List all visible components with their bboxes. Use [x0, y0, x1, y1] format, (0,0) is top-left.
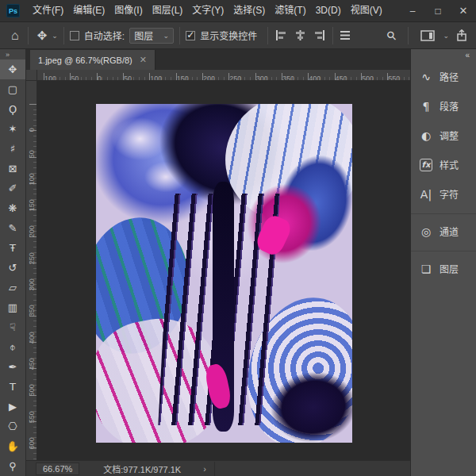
- status-chevron-icon[interactable]: ›: [203, 464, 206, 474]
- tool-icon: ✒: [9, 362, 17, 372]
- menu-item[interactable]: 文件(F): [28, 0, 68, 21]
- show-transform-checkbox[interactable]: ✓: [186, 31, 195, 40]
- pen-tool[interactable]: ✒: [0, 357, 25, 377]
- ruler-label: 50: [71, 75, 97, 80]
- menu-item[interactable]: 滤镜(T): [270, 0, 310, 21]
- separator: [63, 27, 64, 44]
- close-button[interactable]: ✕: [451, 0, 476, 21]
- panel-paths[interactable]: ∿路径: [411, 62, 476, 91]
- menu-item[interactable]: 图像(I): [109, 0, 147, 21]
- menu-item[interactable]: 3D(D): [311, 0, 346, 21]
- menu-item[interactable]: 图层(L): [148, 0, 188, 21]
- panel-label: 图层: [440, 262, 459, 275]
- smudge-tool[interactable]: ☟: [0, 317, 25, 337]
- clone-stamp-tool[interactable]: Ŧ: [0, 238, 25, 258]
- auto-select-target-dropdown[interactable]: 图层 ⌄: [129, 28, 174, 44]
- zoom-level-field[interactable]: 66.67%: [36, 463, 79, 475]
- panel-styles[interactable]: fx样式: [411, 150, 476, 179]
- canvas-pasteboard[interactable]: [37, 81, 410, 460]
- menu-item[interactable]: 视图(V): [346, 0, 387, 21]
- horizontal-ruler: 10050050100150200250300350400450500550: [37, 70, 410, 80]
- tool-icon: ♯: [10, 144, 15, 154]
- panel-icon: ◐: [418, 130, 434, 141]
- menu-item[interactable]: 文字(Y): [187, 0, 228, 21]
- ruler-label: 200: [27, 211, 36, 237]
- zoom-tool[interactable]: ⚲: [0, 456, 25, 476]
- separator: [332, 27, 333, 44]
- chevron-down-icon[interactable]: ⌄: [443, 32, 449, 40]
- align-buttons: [275, 30, 325, 40]
- auto-select-checkbox[interactable]: ✓: [70, 31, 79, 40]
- shape-tool[interactable]: ⎔: [0, 416, 25, 436]
- workspace-switcher-icon[interactable]: [420, 30, 435, 41]
- menu-item[interactable]: 编辑(E): [68, 0, 109, 21]
- maximize-button[interactable]: □: [425, 0, 451, 21]
- dodge-tool[interactable]: ⌽: [0, 337, 25, 357]
- ruler-label: 350: [27, 290, 36, 317]
- type-tool[interactable]: T: [0, 377, 25, 397]
- align-right-edges-icon[interactable]: [313, 30, 325, 40]
- brush-tool[interactable]: ✎: [0, 218, 25, 238]
- auto-select-target-value: 图层: [134, 29, 153, 42]
- distribute-icon[interactable]: [339, 30, 351, 40]
- path-selection-tool[interactable]: ▶: [0, 397, 25, 416]
- tab-close-icon[interactable]: ✕: [140, 55, 147, 65]
- crop-tool[interactable]: ♯: [0, 139, 25, 159]
- ruler-label: 100: [44, 75, 71, 80]
- gradient-tool[interactable]: ▥: [0, 298, 25, 317]
- hand-tool[interactable]: ✋: [0, 436, 25, 456]
- document-area: 1.jpeg @ 66.7%(RGB/8) ✕ 1005005010015020…: [26, 49, 410, 476]
- share-icon[interactable]: [455, 29, 468, 41]
- align-horizontal-centers-icon[interactable]: [294, 30, 306, 40]
- tool-icon: ▥: [8, 302, 17, 313]
- toolbar-expander[interactable]: »: [0, 49, 25, 60]
- tool-icon: ⊠: [9, 163, 17, 174]
- ruler-label: 350: [282, 75, 309, 80]
- healing-brush-tool[interactable]: ❋: [0, 198, 25, 218]
- magic-wand-tool[interactable]: ✶: [0, 119, 25, 139]
- history-brush-tool[interactable]: ↺: [0, 258, 25, 278]
- panel-adjustments[interactable]: ◐调整: [411, 121, 476, 150]
- panel-label: 调整: [440, 129, 459, 142]
- lasso-tool[interactable]: Ϙ: [0, 99, 25, 119]
- tool-icon: ☟: [10, 322, 16, 332]
- ruler-label: 500: [362, 75, 388, 80]
- ruler-label: 0: [27, 106, 36, 132]
- tool-icon: ▶: [9, 401, 17, 412]
- panel-icon: fx: [420, 159, 432, 171]
- panel-layers[interactable]: ❏图层: [411, 254, 476, 283]
- panel-character[interactable]: A|字符: [411, 179, 476, 209]
- align-left-edges-icon[interactable]: [275, 30, 287, 40]
- ruler-label: 100: [27, 159, 36, 185]
- menu-item[interactable]: 选择(S): [228, 0, 270, 21]
- check-icon: ✓: [186, 29, 194, 40]
- document-info[interactable]: 文档:977.1K/977.1K ›: [95, 462, 215, 476]
- frame-tool[interactable]: ⊠: [0, 159, 25, 178]
- tool-icon: Ŧ: [10, 243, 16, 253]
- minimize-button[interactable]: –: [400, 0, 425, 21]
- panel-collapser[interactable]: «: [411, 49, 476, 62]
- tool-icon: ✎: [9, 223, 17, 233]
- rectangular-marquee-tool[interactable]: ▢: [0, 79, 25, 99]
- ruler-label: 250: [27, 238, 36, 264]
- panel-paragraph[interactable]: ¶段落: [411, 91, 476, 121]
- chevron-down-icon[interactable]: ⌄: [52, 32, 58, 40]
- eraser-tool[interactable]: ▱: [0, 278, 25, 298]
- ruler-label: 400: [309, 75, 335, 80]
- document-tab[interactable]: 1.jpeg @ 66.7%(RGB/8) ✕: [30, 50, 155, 70]
- panel-label: 路径: [440, 70, 459, 83]
- ruler-label: 300: [27, 264, 36, 290]
- options-bar: ⌂ ✥ ⌄ ✓ 自动选择: 图层 ⌄ ✓ 显示变换控件 ⚲ ⌄: [0, 22, 476, 49]
- move-tool-icon[interactable]: ✥: [34, 29, 51, 41]
- menu-bar: 文件(F)编辑(E)图像(I)图层(L)文字(Y)选择(S)滤镜(T)3D(D)…: [28, 0, 387, 21]
- tool-icon: T: [10, 382, 16, 392]
- panel-label: 样式: [440, 158, 459, 171]
- move-tool[interactable]: ✥: [0, 60, 25, 79]
- eyedropper-tool[interactable]: ✐: [0, 178, 25, 198]
- document-image[interactable]: [96, 104, 352, 443]
- home-icon[interactable]: ⌂: [8, 29, 22, 42]
- panel-channels[interactable]: ◎通道: [411, 217, 476, 246]
- panel-label: 段落: [440, 99, 459, 113]
- search-icon[interactable]: ⚲: [384, 27, 401, 44]
- ruler-label: 600: [27, 423, 36, 449]
